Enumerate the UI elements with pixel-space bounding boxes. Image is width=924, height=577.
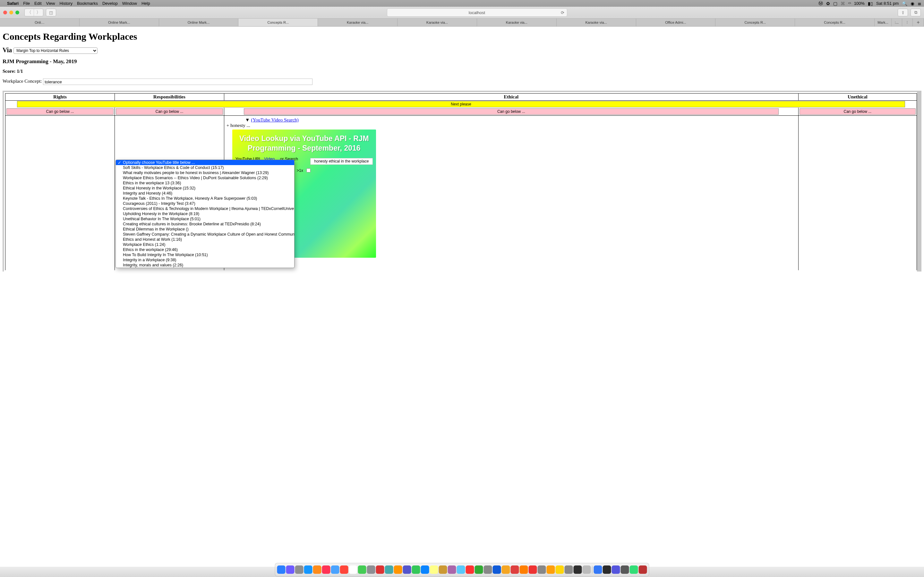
menu-help[interactable]: Help: [142, 1, 150, 6]
via-select[interactable]: Margin Top to Horizontal Rules: [13, 47, 97, 54]
menu-view[interactable]: View: [46, 1, 55, 6]
reload-icon[interactable]: ⟳: [561, 10, 564, 15]
window-minimize-button[interactable]: [9, 11, 13, 15]
status-spotlight-icon[interactable]: 🔍: [902, 1, 907, 6]
can-go-below-unethical[interactable]: Can go below ...: [800, 108, 916, 115]
dropdown-item[interactable]: Workplace Ethics (1:24): [116, 242, 294, 247]
browser-tab[interactable]: ⋮: [902, 19, 913, 26]
dropdown-item[interactable]: Courageous (2011) - Integrity Test (3:47…: [116, 201, 294, 206]
window-maximize-button[interactable]: [15, 11, 19, 15]
browser-tab[interactable]: Concepts R...: [716, 19, 795, 26]
mac-menubar: Safari File Edit View History Bookmarks …: [0, 0, 924, 7]
video-panel-title: Video Lookup via YouTube API - RJM Progr…: [232, 129, 376, 156]
dropdown-item[interactable]: How To Build Integrity In The Workplace …: [116, 252, 294, 258]
status-bluetooth-icon[interactable]: ⌘: [841, 1, 845, 6]
dropdown-item[interactable]: Soft Skills - Workplace Ethics & Code of…: [116, 165, 294, 170]
dropdown-item[interactable]: Workplace Ethics Scenarios -- Ethics Vid…: [116, 175, 294, 181]
dropdown-item[interactable]: Ethical Dilemmas in the Workplace (): [116, 227, 294, 232]
triangle-icon: ▼: [245, 117, 251, 122]
browser-tab[interactable]: Online Mark...: [159, 19, 239, 26]
url-text: localhost: [469, 10, 485, 15]
col-ethical: Ethical: [224, 93, 798, 101]
url-address-bar[interactable]: localhost ⟳: [387, 8, 567, 17]
col-rights: Rights: [5, 93, 115, 101]
can-go-below-responsibilities[interactable]: Can go below ...: [116, 108, 223, 115]
window-traffic-lights: [3, 11, 19, 15]
menu-develop[interactable]: Develop: [102, 1, 118, 6]
status-battery-icon[interactable]: ▮▯: [868, 1, 873, 6]
menu-file[interactable]: File: [23, 1, 30, 6]
nav-back-forward: 〈 〉: [24, 9, 43, 16]
window-close-button[interactable]: [3, 11, 7, 15]
browser-tab[interactable]: Karaoke via...: [557, 19, 636, 26]
status-battery-pct: 100%: [854, 1, 865, 6]
status-siri-icon[interactable]: ◉: [911, 1, 914, 6]
next-button[interactable]: Next please: [17, 101, 905, 107]
youtube-search-link[interactable]: (YouTube Video Search): [251, 117, 298, 122]
sidebar-toggle-button[interactable]: ◫: [46, 9, 56, 16]
page-subhead: RJM Programming - May, 2019: [3, 58, 921, 65]
status-clock[interactable]: Sat 8:51 pm: [876, 1, 899, 6]
col-responsibilities: Responsibilities: [115, 93, 224, 101]
concept-label: Workplace Concept:: [3, 79, 42, 84]
dropdown-item[interactable]: Unethical Behavior In The Workplace (5:0…: [116, 216, 294, 221]
status-wifi-icon[interactable]: ⌔: [848, 1, 851, 6]
new-tab-button[interactable]: +: [913, 19, 924, 26]
browser-tab[interactable]: Concepts R...: [238, 19, 318, 26]
status-notifications-icon[interactable]: ≣: [918, 1, 921, 6]
browser-tab[interactable]: Karaoke via...: [477, 19, 557, 26]
dropdown-item[interactable]: Steven Gaffney Company: Creating a Dynam…: [116, 232, 294, 237]
browser-tab[interactable]: Karaoke via...: [397, 19, 477, 26]
share-button[interactable]: ⇪: [898, 9, 908, 16]
can-go-below-rights[interactable]: Can go below ...: [6, 108, 113, 115]
video-search-input[interactable]: [310, 158, 373, 165]
browser-tab[interactable]: :...: [892, 19, 902, 26]
browser-tab[interactable]: Online Mark...: [79, 19, 159, 26]
dropdown-item[interactable]: Ethics and Honest at Work (1:16): [116, 237, 294, 242]
concept-input[interactable]: [43, 79, 312, 85]
browser-tabbar: Onli…Online Mark...Online Mark...Concept…: [0, 19, 924, 27]
dropdown-item[interactable]: Controversies of Ethics & Technology in …: [116, 206, 294, 211]
dropdown-item[interactable]: Integrity and Honesty (4:46): [116, 191, 294, 196]
dropdown-item[interactable]: What really motivates people to be hones…: [116, 170, 294, 175]
nav-forward-button[interactable]: 〉: [34, 9, 43, 16]
dropdown-item[interactable]: Ethics in the workplace (29:46): [116, 247, 294, 252]
app-name[interactable]: Safari: [7, 1, 19, 6]
dropdown-item[interactable]: Ethical Honesty in the Workplace (15:32): [116, 185, 294, 191]
status-puzzle-icon[interactable]: ✿: [826, 1, 830, 6]
status-airplay-icon[interactable]: ▢: [833, 1, 837, 6]
dropdown-item[interactable]: Integrity in a Workplace (9:38): [116, 258, 294, 263]
menu-window[interactable]: Window: [122, 1, 137, 6]
score-label: Score: 1/1: [3, 69, 921, 74]
via-label: Via: [3, 47, 12, 53]
dropdown-item[interactable]: Creating ethical cultures in business: B…: [116, 221, 294, 227]
browser-tab[interactable]: Karaoke via...: [318, 19, 397, 26]
dropdown-item[interactable]: Integrity, morals and values (2:26): [116, 263, 294, 268]
video-scale-checkbox[interactable]: [306, 168, 310, 172]
page-title: Concepts Regarding Workplaces: [3, 31, 921, 42]
browser-tab[interactable]: Mark...: [875, 19, 892, 26]
menu-edit[interactable]: Edit: [34, 1, 41, 6]
can-go-below-ethical[interactable]: Can go below ...: [244, 108, 779, 115]
video-scale-label: >1x: [297, 168, 303, 173]
browser-tab[interactable]: Office Admi...: [636, 19, 716, 26]
browser-tab[interactable]: Onli…: [0, 19, 79, 26]
dropdown-item-selected[interactable]: Optionally choose YouTube title below ..…: [116, 160, 294, 165]
menu-history[interactable]: History: [59, 1, 72, 6]
dropdown-item[interactable]: Ethics in the workplace 13 (3:36): [116, 181, 294, 185]
plus-honesty-label: + honesty ...: [226, 123, 796, 128]
dropdown-item[interactable]: Upholding Honesty in the Workplace (8:19…: [116, 211, 294, 216]
status-malware-icon[interactable]: Ⓜ: [819, 1, 823, 6]
youtube-title-dropdown[interactable]: Optionally choose YouTube title below ..…: [115, 160, 294, 268]
browser-tab[interactable]: Concepts R...: [795, 19, 875, 26]
safari-toolbar: 〈 〉 ◫ localhost ⟳ ⇪ ⧉: [0, 7, 924, 19]
nav-back-button[interactable]: 〈: [25, 9, 34, 16]
menu-bookmarks[interactable]: Bookmarks: [77, 1, 98, 6]
dropdown-item[interactable]: Keynote Talk - Ethics In The Workplace, …: [116, 196, 294, 201]
col-unethical: Unethical: [798, 93, 917, 101]
tabs-overview-button[interactable]: ⧉: [911, 9, 921, 16]
